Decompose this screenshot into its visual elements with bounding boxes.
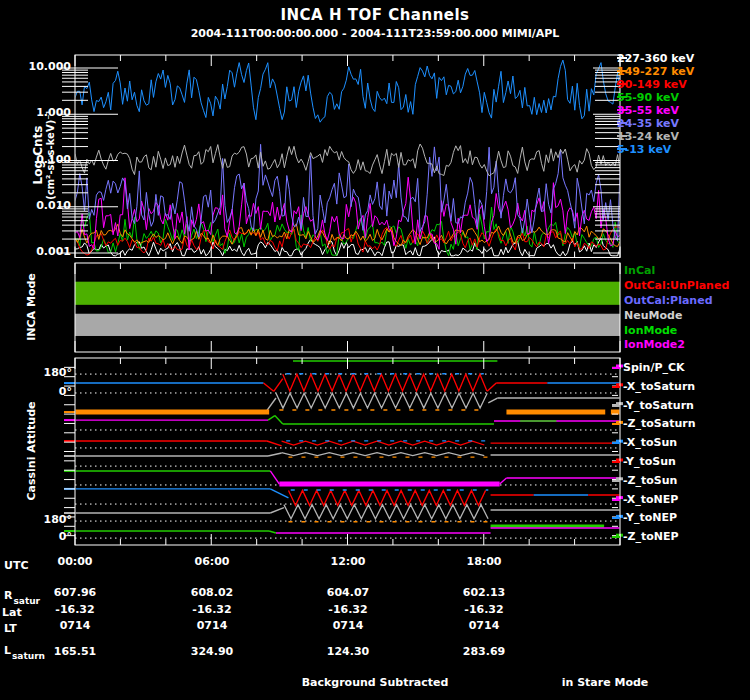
- attitude-legend-item--X-toNEP: -X_toNEP: [612, 491, 696, 510]
- legend-label: 24-35 keV: [617, 117, 679, 130]
- legend-label: -Y_toSun: [623, 455, 676, 468]
- row-label-text: LT: [4, 622, 17, 635]
- spectral-series: [75, 60, 620, 256]
- attitude-ytick: 0°: [32, 386, 72, 398]
- legend-item-149-227-keV: 149-227 keV: [617, 65, 694, 78]
- legend-label: -X_toSaturn: [623, 380, 695, 393]
- legend-label: 55-90 keV: [617, 91, 679, 104]
- utc-tick-label-06:00: 06:00: [182, 556, 242, 568]
- cell-Lat-3: -16.32: [434, 603, 534, 616]
- mode-legend-item-OutCal-UnPlaned: OutCal:UnPlaned: [624, 279, 729, 294]
- legend-item-35-55-keV: 35-55 keV: [617, 104, 694, 117]
- footer-stare-mode: in Stare Mode: [535, 676, 675, 689]
- cell-R-0: 607.96: [25, 586, 125, 599]
- legend-label: -Y_toNEP: [623, 511, 677, 524]
- legend-item-24-35-keV: 24-35 keV: [617, 117, 694, 130]
- utc-tick-label-00:00: 00:00: [45, 556, 105, 568]
- legend-label: -X_toSun: [623, 436, 677, 449]
- legend-tick-icon: [612, 499, 620, 501]
- legend-tick-icon: [612, 367, 620, 369]
- legend-item-5-13-keV: 5-13 keV: [617, 143, 694, 156]
- legend-item-55-90-keV: 55-90 keV: [617, 91, 694, 104]
- mode-band-IonMode: [75, 282, 620, 305]
- spectral-legend: 227-360 keV149-227 keV90-149 keV55-90 ke…: [617, 52, 694, 156]
- utc-tick-label-12:00: 12:00: [318, 556, 378, 568]
- legend-label: 13-24 keV: [617, 130, 679, 143]
- mode-legend-item-OutCal-Planed: OutCal:Planed: [624, 294, 729, 309]
- mode-y-axis-title: INCA Mode: [26, 254, 40, 360]
- spectral-ytick-0.001: 0.001: [21, 246, 71, 258]
- attitude-legend-item--X-toSun: -X_toSun: [612, 434, 696, 453]
- mode-band-NeuMode: [75, 314, 620, 336]
- attitude-legend-item--Z-toNEP: -Z_toNEP: [612, 528, 696, 547]
- cell-R-2: 604.07: [298, 586, 398, 599]
- legend-label: -Y_toSaturn: [623, 399, 694, 412]
- spectral-ytick-1.000: 1.000: [21, 107, 71, 119]
- spectral-ytick-10.000: 10.000: [21, 61, 71, 73]
- legend-tick-icon: [612, 461, 620, 463]
- mode-legend-item-IonMode: IonMode: [624, 324, 729, 339]
- cell-LT-1: 0714: [162, 619, 262, 632]
- mode-legend-item-IonMode2: IonMode2: [624, 338, 729, 353]
- attitude-legend: Spin/P_CK-X_toSaturn-Y_toSaturn-Z_toSatu…: [612, 359, 696, 547]
- utc-tick-label-18:00: 18:00: [454, 556, 514, 568]
- cell-R-1: 608.02: [162, 586, 262, 599]
- attitude-y-axis-title: Cassini Attitude: [26, 380, 40, 522]
- legend-label: -Z_toNEP: [623, 530, 679, 543]
- attitude-legend-item--Y-toNEP: -Y_toNEP: [612, 509, 696, 528]
- mode-legend-item-NeuMode: NeuMode: [624, 309, 729, 324]
- cell-L-1: 324.90: [162, 645, 262, 658]
- utc-row-label: UTC: [4, 560, 29, 572]
- legend-tick-icon: [612, 423, 620, 425]
- row-label-text: L: [4, 644, 11, 657]
- attitude-ytick: 180°: [32, 367, 72, 379]
- legend-tick-icon: [612, 405, 620, 407]
- cell-LT-2: 0714: [298, 619, 398, 632]
- legend-label: -X_toNEP: [623, 493, 678, 506]
- legend-label: 149-227 keV: [617, 65, 694, 78]
- cell-L-2: 124.30: [298, 645, 398, 658]
- spectral-ytick-0.010: 0.010: [21, 200, 71, 212]
- row-label-LT: LT: [4, 617, 17, 636]
- footer-background-subtracted: Background Subtracted: [255, 676, 495, 689]
- legend-tick-icon: [612, 442, 620, 444]
- attitude-legend-item--Y-toSun: -Y_toSun: [612, 453, 696, 472]
- legend-item-227-360-keV: 227-360 keV: [617, 52, 694, 65]
- legend-label: Spin/P_CK: [623, 361, 685, 374]
- attitude-series: [75, 361, 620, 533]
- inca-tof-plot-window: INCA H TOF Channels 2004-111T00:00:00.00…: [0, 0, 750, 700]
- mode-legend: InCalOutCal:UnPlanedOutCal:PlanedNeuMode…: [624, 264, 729, 353]
- legend-label: 5-13 keV: [617, 143, 671, 156]
- legend-tick-icon: [612, 480, 620, 482]
- legend-label: 90-149 keV: [617, 78, 687, 91]
- mode-legend-item-InCal: InCal: [624, 264, 729, 279]
- attitude-ytick: 0°: [32, 531, 72, 543]
- legend-item-90-149-keV: 90-149 keV: [617, 78, 694, 91]
- attitude-legend-item-Spin-P-CK: Spin/P_CK: [612, 359, 696, 378]
- attitude-legend-item--X-toSaturn: -X_toSaturn: [612, 378, 696, 397]
- cell-L-3: 283.69: [434, 645, 534, 658]
- cell-LT-3: 0714: [434, 619, 534, 632]
- spectral-ytick-0.100: 0.100: [21, 154, 71, 166]
- attitude-legend-item--Y-toSaturn: -Y_toSaturn: [612, 397, 696, 416]
- attitude-legend-item--Z-toSaturn: -Z_toSaturn: [612, 415, 696, 434]
- attitude-legend-item--Z-toSun: -Z_toSun: [612, 472, 696, 491]
- cell-Lat-0: -16.32: [25, 603, 125, 616]
- legend-label: -Z_toSaturn: [623, 417, 696, 430]
- attitude-ytick: 180°: [32, 514, 72, 526]
- legend-tick-icon: [612, 517, 620, 519]
- legend-tick-icon: [612, 386, 620, 388]
- cell-Lat-1: -16.32: [162, 603, 262, 616]
- legend-label: 35-55 keV: [617, 104, 679, 117]
- legend-tick-icon: [612, 536, 620, 538]
- cell-LT-0: 0714: [25, 619, 125, 632]
- legend-item-13-24-keV: 13-24 keV: [617, 130, 694, 143]
- cell-Lat-2: -16.32: [298, 603, 398, 616]
- cell-L-0: 165.51: [25, 645, 125, 658]
- cell-R-3: 602.13: [434, 586, 534, 599]
- legend-label: -Z_toSun: [623, 474, 677, 487]
- legend-label: 227-360 keV: [617, 52, 694, 65]
